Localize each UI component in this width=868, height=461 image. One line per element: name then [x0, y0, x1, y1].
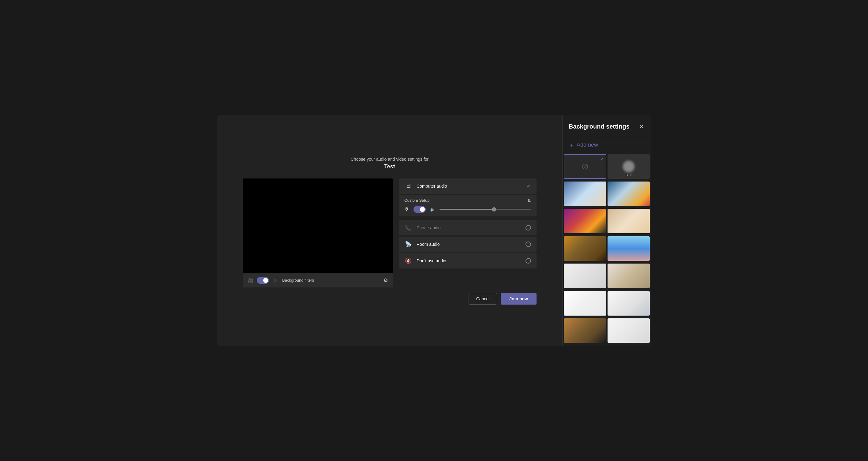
- audio-option-room[interactable]: 📡 Room audio: [399, 237, 536, 252]
- no-audio-label: Don't use audio: [416, 258, 521, 263]
- bg-filters-label: Background filters: [282, 278, 380, 282]
- bg-item-10[interactable]: [608, 291, 650, 316]
- audio-divider: [399, 218, 536, 219]
- meeting-header: Choose your audio and video settings for…: [351, 157, 429, 170]
- phone-audio-radio: [526, 225, 531, 230]
- volume-slider-container: [439, 209, 531, 210]
- phone-audio-label: Phone audio: [416, 225, 521, 230]
- camera-toggle[interactable]: [257, 277, 269, 284]
- meeting-subtitle: Choose your audio and video settings for: [351, 157, 429, 162]
- audio-option-computer[interactable]: 🖥 Computer audio ✔: [399, 179, 536, 194]
- blur-label: Blur: [626, 173, 632, 177]
- bg-settings-title: Background settings: [569, 123, 629, 130]
- speaker-icon: 🔈: [430, 207, 435, 212]
- no-audio-radio: [526, 258, 531, 264]
- bg-settings-sidebar: Background settings ✕ ＋ Add new ⊘ ✔ Blur: [562, 115, 651, 346]
- bg-grid: ⊘ ✔ Blur: [562, 153, 651, 346]
- bg-item-blur[interactable]: Blur: [608, 154, 650, 179]
- bg-item-11[interactable]: [564, 318, 606, 343]
- custom-setup-label: Custom Setup: [404, 198, 429, 203]
- computer-audio-check: ✔: [526, 183, 531, 189]
- custom-setup: Custom Setup ⇅ 🎙 🔈: [399, 195, 536, 216]
- audio-option-none[interactable]: 🔇 Don't use audio: [399, 253, 536, 269]
- content-row: 🎥 ⊘ Background filters ⚙ 🖥 Computer audi…: [243, 179, 536, 287]
- no-audio-icon: 🔇: [404, 257, 412, 264]
- video-controls: 🎥 ⊘ Background filters ⚙: [243, 273, 393, 287]
- bg-sidebar-header: Background settings ✕: [562, 115, 651, 137]
- main-content: Choose your audio and video settings for…: [217, 115, 562, 346]
- settings-icon[interactable]: ⚙: [383, 277, 388, 283]
- none-bg-check: ✔: [600, 157, 604, 162]
- bg-item-none[interactable]: ⊘ ✔: [564, 154, 606, 179]
- add-new-label: Add new: [577, 142, 598, 148]
- meeting-title: Test: [351, 163, 429, 170]
- bg-item-1[interactable]: [564, 182, 606, 206]
- custom-setup-controls: 🎙 🔈: [404, 206, 531, 213]
- bg-item-6[interactable]: [608, 236, 650, 261]
- video-preview: 🎥 ⊘ Background filters ⚙: [243, 179, 393, 287]
- mic-icon: 🎙: [404, 207, 409, 212]
- bg-item-8[interactable]: [608, 264, 650, 288]
- phone-audio-icon: 📞: [404, 224, 412, 231]
- none-bg-icon: ⊘: [582, 161, 589, 172]
- join-now-button[interactable]: Join now: [501, 293, 536, 305]
- audio-panel: 🖥 Computer audio ✔ Custom Setup ⇅ 🎙 🔈: [399, 179, 536, 287]
- computer-audio-icon: 🖥: [404, 183, 412, 189]
- mic-toggle[interactable]: [413, 206, 426, 213]
- volume-slider[interactable]: [439, 209, 531, 210]
- camera-icon: 🎥: [248, 277, 254, 283]
- bg-item-12[interactable]: [608, 318, 650, 343]
- audio-option-phone[interactable]: 📞 Phone audio: [399, 220, 536, 236]
- bg-item-4[interactable]: [608, 209, 650, 233]
- sliders-icon: ⇅: [527, 198, 531, 203]
- action-buttons: Cancel Join now: [243, 293, 536, 305]
- add-icon: ＋: [569, 142, 574, 149]
- blur-preview: [623, 160, 635, 173]
- room-audio-icon: 📡: [404, 241, 412, 248]
- bg-item-3[interactable]: [564, 209, 606, 233]
- computer-audio-label: Computer audio: [416, 184, 522, 189]
- bg-item-9[interactable]: [564, 291, 606, 316]
- app-container: Choose your audio and video settings for…: [217, 115, 651, 346]
- custom-setup-header: Custom Setup ⇅: [404, 198, 531, 203]
- close-bg-settings-button[interactable]: ✕: [638, 122, 645, 131]
- bg-item-7[interactable]: [564, 264, 606, 288]
- bg-filters-separator: ⊘: [273, 277, 278, 284]
- cancel-button[interactable]: Cancel: [469, 293, 497, 305]
- bg-item-2[interactable]: [608, 182, 650, 206]
- room-audio-radio: [526, 242, 531, 247]
- add-new-bg-button[interactable]: ＋ Add new: [562, 137, 651, 153]
- room-audio-label: Room audio: [416, 242, 521, 247]
- bg-item-5[interactable]: [564, 236, 606, 261]
- video-screen: [243, 179, 393, 273]
